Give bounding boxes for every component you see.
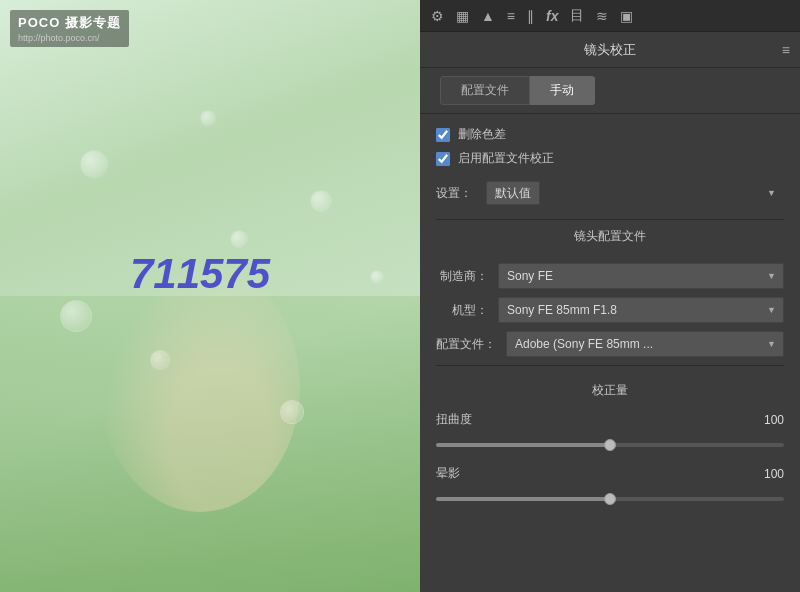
tab-manual[interactable]: 手动 xyxy=(530,76,595,105)
bubble-4 xyxy=(60,300,92,332)
bubble-6 xyxy=(200,110,216,126)
divider-2 xyxy=(436,365,784,366)
field-row-profile: 配置文件： Adobe (Sony FE 85mm ... 默认值 xyxy=(436,331,784,357)
watermark-number: 711575 xyxy=(130,250,270,298)
toolbar-icon-histogram[interactable]: ▲ xyxy=(478,6,498,26)
toolbar-icon-camera[interactable]: ▣ xyxy=(617,6,636,26)
checkbox-remove-aberration: 删除色差 xyxy=(436,126,784,143)
correction-heading: 校正量 xyxy=(436,382,784,399)
checkbox-enable-profile: 启用配置文件校正 xyxy=(436,150,784,167)
vignette-slider[interactable] xyxy=(436,497,784,501)
settings-label: 设置： xyxy=(436,185,476,202)
slider-distortion-header: 扭曲度 100 xyxy=(436,411,784,428)
toolbar-icon-settings[interactable]: ⚙ xyxy=(428,6,447,26)
distortion-label: 扭曲度 xyxy=(436,411,472,428)
checkbox-aberration-label: 删除色差 xyxy=(458,126,506,143)
toolbar-icon-lens[interactable]: ≋ xyxy=(593,6,611,26)
divider-1 xyxy=(436,219,784,220)
bubble-2 xyxy=(310,190,332,212)
panel-title: 镜头校正 xyxy=(584,41,636,59)
panel-menu-icon[interactable]: ≡ xyxy=(782,42,790,58)
model-label: 机型： xyxy=(436,302,488,319)
profile-select-wrapper: Adobe (Sony FE 85mm ... 默认值 xyxy=(506,331,784,357)
distortion-slider[interactable] xyxy=(436,443,784,447)
photo-panel: POCO 摄影专题 http://photo.poco.cn/ 711575 xyxy=(0,0,420,592)
toolbar-icon-columns[interactable]: ∥ xyxy=(524,6,537,26)
tab-row: 配置文件 手动 xyxy=(420,68,800,114)
slider-row-distortion: 扭曲度 100 xyxy=(436,411,784,451)
field-row-model: 机型： Sony FE 85mm F1.8 Sony FE 50mm F1.8 … xyxy=(436,297,784,323)
content-area: 删除色差 启用配置文件校正 设置： 默认值 自定义 镜头配置文件 制造商： xyxy=(420,114,800,592)
slider-vignette-header: 晕影 100 xyxy=(436,465,784,482)
bubble-1 xyxy=(80,150,108,178)
settings-select[interactable]: 默认值 自定义 xyxy=(486,181,540,205)
poco-logo: POCO 摄影专题 xyxy=(18,14,121,32)
lens-profile-heading: 镜头配置文件 xyxy=(436,228,784,251)
model-select-wrapper: Sony FE 85mm F1.8 Sony FE 50mm F1.8 Sony… xyxy=(498,297,784,323)
bubble-3 xyxy=(230,230,248,248)
manufacturer-select[interactable]: Sony FE Canon Nikon Sony xyxy=(498,263,784,289)
hand-area xyxy=(100,262,300,512)
tab-profile[interactable]: 配置文件 xyxy=(440,76,530,105)
profile-label: 配置文件： xyxy=(436,336,496,353)
model-select[interactable]: Sony FE 85mm F1.8 Sony FE 50mm F1.8 Sony… xyxy=(498,297,784,323)
settings-row: 设置： 默认值 自定义 xyxy=(436,181,784,205)
toolbar-icon-fx[interactable]: fx xyxy=(543,6,561,26)
slider-row-vignette: 晕影 100 xyxy=(436,465,784,505)
checkbox-profile-input[interactable] xyxy=(436,152,450,166)
toolbar-icon-detail[interactable]: 目 xyxy=(567,5,587,27)
watermark: POCO 摄影专题 http://photo.poco.cn/ xyxy=(10,10,129,47)
toolbar-icon-list[interactable]: ≡ xyxy=(504,6,518,26)
bubble-8 xyxy=(370,270,384,284)
manufacturer-label: 制造商： xyxy=(436,268,488,285)
field-row-manufacturer: 制造商： Sony FE Canon Nikon Sony xyxy=(436,263,784,289)
manufacturer-select-wrapper: Sony FE Canon Nikon Sony xyxy=(498,263,784,289)
checkbox-aberration-input[interactable] xyxy=(436,128,450,142)
toolbar: ⚙ ▦ ▲ ≡ ∥ fx 目 ≋ ▣ xyxy=(420,0,800,32)
checkbox-profile-label: 启用配置文件校正 xyxy=(458,150,554,167)
settings-select-wrapper: 默认值 自定义 xyxy=(486,181,784,205)
distortion-value: 100 xyxy=(754,413,784,427)
toolbar-icon-grid[interactable]: ▦ xyxy=(453,6,472,26)
poco-url: http://photo.poco.cn/ xyxy=(18,33,121,43)
control-panel: ⚙ ▦ ▲ ≡ ∥ fx 目 ≋ ▣ 镜头校正 ≡ 配置文件 手动 删除色差 启… xyxy=(420,0,800,592)
profile-select[interactable]: Adobe (Sony FE 85mm ... 默认值 xyxy=(506,331,784,357)
checkbox-group: 删除色差 启用配置文件校正 xyxy=(436,126,784,167)
vignette-label: 晕影 xyxy=(436,465,460,482)
vignette-value: 100 xyxy=(754,467,784,481)
panel-header: 镜头校正 ≡ xyxy=(420,32,800,68)
